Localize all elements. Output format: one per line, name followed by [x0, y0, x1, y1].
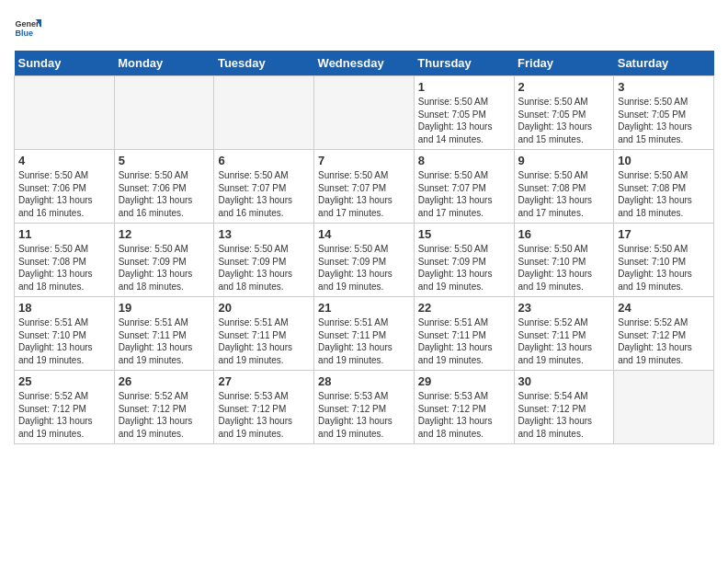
day-number: 6 — [218, 154, 310, 167]
day-number: 22 — [418, 301, 510, 315]
day-number: 25 — [18, 374, 110, 388]
day-number: 16 — [518, 227, 610, 241]
day-header-monday: Monday — [114, 51, 214, 76]
day-number: 7 — [318, 154, 410, 167]
day-info: Sunrise: 5:50 AM Sunset: 7:07 PM Dayligh… — [418, 169, 510, 219]
calendar-cell: 25 Sunrise: 5:52 AM Sunset: 7:12 PM Dayl… — [15, 371, 115, 444]
day-header-wednesday: Wednesday — [314, 51, 415, 76]
day-info: Sunrise: 5:50 AM Sunset: 7:05 PM Dayligh… — [418, 96, 510, 145]
calendar-cell: 19 Sunrise: 5:51 AM Sunset: 7:11 PM Dayl… — [114, 297, 214, 371]
day-info: Sunrise: 5:51 AM Sunset: 7:10 PM Dayligh… — [18, 316, 110, 366]
day-info: Sunrise: 5:50 AM Sunset: 7:09 PM Dayligh… — [119, 243, 210, 293]
day-number: 17 — [618, 227, 710, 241]
day-number: 19 — [119, 301, 210, 315]
calendar-cell — [614, 371, 714, 444]
calendar-cell: 18 Sunrise: 5:51 AM Sunset: 7:10 PM Dayl… — [15, 297, 115, 371]
calendar-cell — [15, 76, 115, 150]
day-number: 1 — [418, 80, 510, 94]
days-header-row: SundayMondayTuesdayWednesdayThursdayFrid… — [15, 51, 714, 76]
day-number: 8 — [418, 154, 510, 167]
day-info: Sunrise: 5:51 AM Sunset: 7:11 PM Dayligh… — [119, 316, 210, 366]
calendar-cell: 3 Sunrise: 5:50 AM Sunset: 7:05 PM Dayli… — [614, 76, 714, 150]
day-info: Sunrise: 5:50 AM Sunset: 7:08 PM Dayligh… — [18, 243, 110, 293]
day-number: 5 — [119, 154, 210, 167]
day-number: 9 — [518, 154, 610, 167]
calendar-cell — [214, 76, 314, 150]
calendar-cell: 29 Sunrise: 5:53 AM Sunset: 7:12 PM Dayl… — [414, 371, 514, 444]
calendar-cell: 9 Sunrise: 5:50 AM Sunset: 7:08 PM Dayli… — [514, 150, 614, 224]
day-info: Sunrise: 5:52 AM Sunset: 7:12 PM Dayligh… — [119, 390, 210, 440]
calendar-cell: 6 Sunrise: 5:50 AM Sunset: 7:07 PM Dayli… — [214, 150, 314, 224]
header: General Blue — [14, 14, 714, 41]
day-info: Sunrise: 5:53 AM Sunset: 7:12 PM Dayligh… — [218, 390, 310, 440]
day-number: 29 — [418, 374, 510, 388]
day-header-sunday: Sunday — [15, 51, 115, 76]
calendar-cell: 11 Sunrise: 5:50 AM Sunset: 7:08 PM Dayl… — [15, 224, 115, 297]
calendar-cell: 8 Sunrise: 5:50 AM Sunset: 7:07 PM Dayli… — [414, 150, 514, 224]
calendar-cell: 22 Sunrise: 5:51 AM Sunset: 7:11 PM Dayl… — [414, 297, 514, 371]
day-info: Sunrise: 5:50 AM Sunset: 7:07 PM Dayligh… — [318, 169, 410, 219]
day-number: 14 — [318, 227, 410, 241]
day-number: 26 — [119, 374, 210, 388]
calendar-cell: 1 Sunrise: 5:50 AM Sunset: 7:05 PM Dayli… — [414, 76, 514, 150]
day-info: Sunrise: 5:51 AM Sunset: 7:11 PM Dayligh… — [418, 316, 510, 366]
day-number: 30 — [518, 374, 610, 388]
day-info: Sunrise: 5:53 AM Sunset: 7:12 PM Dayligh… — [318, 390, 410, 440]
day-number: 13 — [218, 227, 310, 241]
day-number: 3 — [618, 80, 710, 94]
day-header-thursday: Thursday — [414, 51, 514, 76]
day-info: Sunrise: 5:50 AM Sunset: 7:05 PM Dayligh… — [618, 96, 710, 145]
day-number: 12 — [119, 227, 210, 241]
day-info: Sunrise: 5:50 AM Sunset: 7:06 PM Dayligh… — [18, 169, 110, 219]
day-header-friday: Friday — [514, 51, 614, 76]
day-info: Sunrise: 5:50 AM Sunset: 7:10 PM Dayligh… — [518, 243, 610, 293]
day-info: Sunrise: 5:50 AM Sunset: 7:08 PM Dayligh… — [518, 169, 610, 219]
day-info: Sunrise: 5:54 AM Sunset: 7:12 PM Dayligh… — [518, 390, 610, 440]
day-number: 21 — [318, 301, 410, 315]
calendar-cell: 24 Sunrise: 5:52 AM Sunset: 7:12 PM Dayl… — [614, 297, 714, 371]
day-info: Sunrise: 5:52 AM Sunset: 7:12 PM Dayligh… — [618, 316, 710, 366]
day-number: 15 — [418, 227, 510, 241]
week-row-4: 25 Sunrise: 5:52 AM Sunset: 7:12 PM Dayl… — [15, 371, 714, 444]
day-header-saturday: Saturday — [614, 51, 714, 76]
calendar-cell: 5 Sunrise: 5:50 AM Sunset: 7:06 PM Dayli… — [114, 150, 214, 224]
calendar-cell: 17 Sunrise: 5:50 AM Sunset: 7:10 PM Dayl… — [614, 224, 714, 297]
calendar-cell: 27 Sunrise: 5:53 AM Sunset: 7:12 PM Dayl… — [214, 371, 314, 444]
week-row-2: 11 Sunrise: 5:50 AM Sunset: 7:08 PM Dayl… — [15, 224, 714, 297]
calendar-cell: 7 Sunrise: 5:50 AM Sunset: 7:07 PM Dayli… — [314, 150, 415, 224]
calendar-cell: 2 Sunrise: 5:50 AM Sunset: 7:05 PM Dayli… — [514, 76, 614, 150]
calendar-cell: 12 Sunrise: 5:50 AM Sunset: 7:09 PM Dayl… — [114, 224, 214, 297]
day-number: 24 — [618, 301, 710, 315]
calendar-cell — [314, 76, 415, 150]
calendar-cell: 21 Sunrise: 5:51 AM Sunset: 7:11 PM Dayl… — [314, 297, 415, 371]
week-row-0: 1 Sunrise: 5:50 AM Sunset: 7:05 PM Dayli… — [15, 76, 714, 150]
day-number: 27 — [218, 374, 310, 388]
logo: General Blue — [14, 14, 41, 41]
calendar-cell: 14 Sunrise: 5:50 AM Sunset: 7:09 PM Dayl… — [314, 224, 415, 297]
day-number: 18 — [18, 301, 110, 315]
calendar-table: SundayMondayTuesdayWednesdayThursdayFrid… — [14, 51, 714, 444]
day-info: Sunrise: 5:50 AM Sunset: 7:06 PM Dayligh… — [119, 169, 210, 219]
svg-text:Blue: Blue — [16, 29, 34, 38]
day-info: Sunrise: 5:50 AM Sunset: 7:09 PM Dayligh… — [418, 243, 510, 293]
day-info: Sunrise: 5:52 AM Sunset: 7:12 PM Dayligh… — [18, 390, 110, 440]
calendar-cell: 4 Sunrise: 5:50 AM Sunset: 7:06 PM Dayli… — [15, 150, 115, 224]
day-number: 2 — [518, 80, 610, 94]
day-info: Sunrise: 5:50 AM Sunset: 7:07 PM Dayligh… — [218, 169, 310, 219]
calendar-cell: 16 Sunrise: 5:50 AM Sunset: 7:10 PM Dayl… — [514, 224, 614, 297]
calendar-cell: 28 Sunrise: 5:53 AM Sunset: 7:12 PM Dayl… — [314, 371, 415, 444]
calendar-cell: 26 Sunrise: 5:52 AM Sunset: 7:12 PM Dayl… — [114, 371, 214, 444]
day-info: Sunrise: 5:52 AM Sunset: 7:11 PM Dayligh… — [518, 316, 610, 366]
day-number: 28 — [318, 374, 410, 388]
logo-icon: General Blue — [14, 14, 41, 41]
calendar-cell: 13 Sunrise: 5:50 AM Sunset: 7:09 PM Dayl… — [214, 224, 314, 297]
day-info: Sunrise: 5:51 AM Sunset: 7:11 PM Dayligh… — [218, 316, 310, 366]
day-info: Sunrise: 5:50 AM Sunset: 7:09 PM Dayligh… — [218, 243, 310, 293]
day-info: Sunrise: 5:50 AM Sunset: 7:09 PM Dayligh… — [318, 243, 410, 293]
week-row-3: 18 Sunrise: 5:51 AM Sunset: 7:10 PM Dayl… — [15, 297, 714, 371]
day-number: 4 — [18, 154, 110, 167]
day-number: 20 — [218, 301, 310, 315]
day-info: Sunrise: 5:50 AM Sunset: 7:05 PM Dayligh… — [518, 96, 610, 145]
day-header-tuesday: Tuesday — [214, 51, 314, 76]
calendar-cell: 10 Sunrise: 5:50 AM Sunset: 7:08 PM Dayl… — [614, 150, 714, 224]
